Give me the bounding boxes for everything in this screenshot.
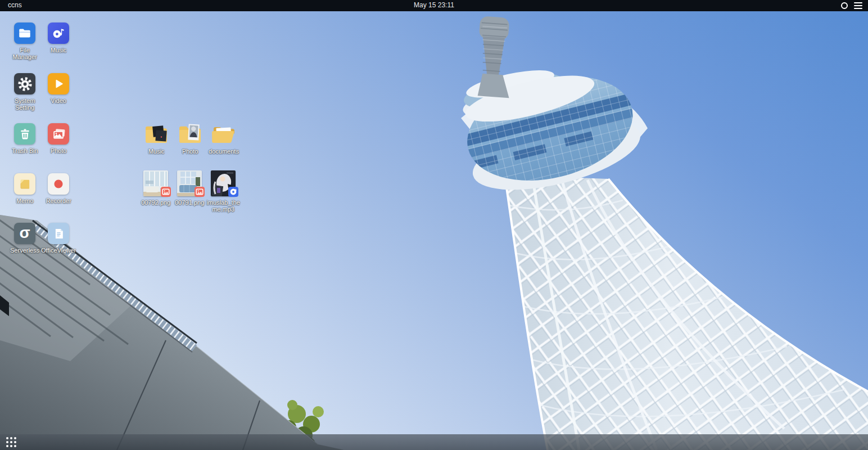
serverless-app-icon: σ <box>19 225 30 241</box>
clock-label[interactable]: May 15 23:11 <box>414 1 454 9</box>
wallpaper-scene <box>0 11 868 450</box>
file-label: 00791.png <box>172 199 207 206</box>
music-badge-icon <box>228 187 238 197</box>
hamburger-menu-icon[interactable] <box>854 2 862 9</box>
desktop-icon-office-viewer[interactable]: OfficeViewer <box>41 223 76 254</box>
desktop-screen: ccns May 15 23:11 File Manager Music <box>0 0 868 450</box>
image-badge-icon <box>195 187 205 197</box>
open-folder-icon <box>211 124 236 145</box>
video-app-icon <box>51 76 66 91</box>
desktop-icon-photo-app[interactable]: Photo <box>41 123 76 154</box>
desktop-file-imuslab-theme-mp3[interactable]: imuslab_theme.mp3 <box>206 170 241 213</box>
icon-label: Recorder <box>41 197 76 204</box>
desktop-icon-system-setting[interactable]: System Setting <box>7 73 42 111</box>
desktop-icon-file-manager[interactable]: File Manager <box>7 22 42 60</box>
hostname-label: ccns <box>8 1 22 9</box>
topbar-right-icons <box>841 0 862 11</box>
recorder-app-icon <box>51 177 66 191</box>
photo-folder-icon <box>178 124 202 145</box>
icon-label: OfficeViewer <box>41 247 76 254</box>
desktop-file-00792-png[interactable]: 00792.png <box>138 170 173 206</box>
icon-label: File Manager <box>7 47 42 60</box>
office-viewer-icon <box>51 226 66 241</box>
icon-label: Video <box>41 97 76 104</box>
file-manager-icon <box>17 26 32 40</box>
desktop-icon-memo-app[interactable]: Memo <box>7 173 42 204</box>
desktop-folder-music[interactable]: Music <box>139 124 174 155</box>
desktop-file-00791-png[interactable]: 00791.png <box>172 170 207 206</box>
icon-label: Photo <box>173 148 207 155</box>
desktop-icon-trash-bin[interactable]: Trash Bin <box>7 123 42 154</box>
tower-shaft <box>505 176 868 450</box>
icon-label: documents <box>206 148 241 155</box>
desktop-icon-recorder-app[interactable]: Recorder <box>41 173 76 204</box>
status-circle-icon[interactable] <box>841 2 848 9</box>
music-folder-icon <box>144 124 169 145</box>
taskbar <box>0 434 868 450</box>
desktop-icon-serverless-app[interactable]: σ Serverless <box>7 223 42 254</box>
icon-label: Music <box>139 148 174 155</box>
system-setting-icon <box>17 76 33 92</box>
app-launcher-button[interactable] <box>6 437 17 447</box>
desktop-folder-documents[interactable]: documents <box>206 124 241 155</box>
trash-bin-icon <box>18 127 32 141</box>
music-app-icon <box>51 26 66 40</box>
image-badge-icon <box>161 187 171 197</box>
photo-app-icon <box>51 127 66 142</box>
desktop-icon-music-app[interactable]: Music <box>41 22 76 53</box>
icon-label: Photo <box>41 147 76 154</box>
desktop-icon-video-app[interactable]: Video <box>41 73 76 104</box>
icon-label: System Setting <box>7 97 42 111</box>
top-bar: ccns May 15 23:11 <box>0 0 868 11</box>
desktop-folder-photo[interactable]: Photo <box>173 124 207 155</box>
icon-label: Serverless <box>7 247 42 254</box>
icon-label: Music <box>41 47 76 53</box>
file-label: 00792.png <box>138 199 173 206</box>
memo-app-icon <box>17 177 33 192</box>
icon-label: Memo <box>7 197 42 204</box>
file-label: imuslab_theme.mp3 <box>206 199 241 213</box>
icon-label: Trash Bin <box>7 147 42 154</box>
wallpaper <box>0 11 868 450</box>
